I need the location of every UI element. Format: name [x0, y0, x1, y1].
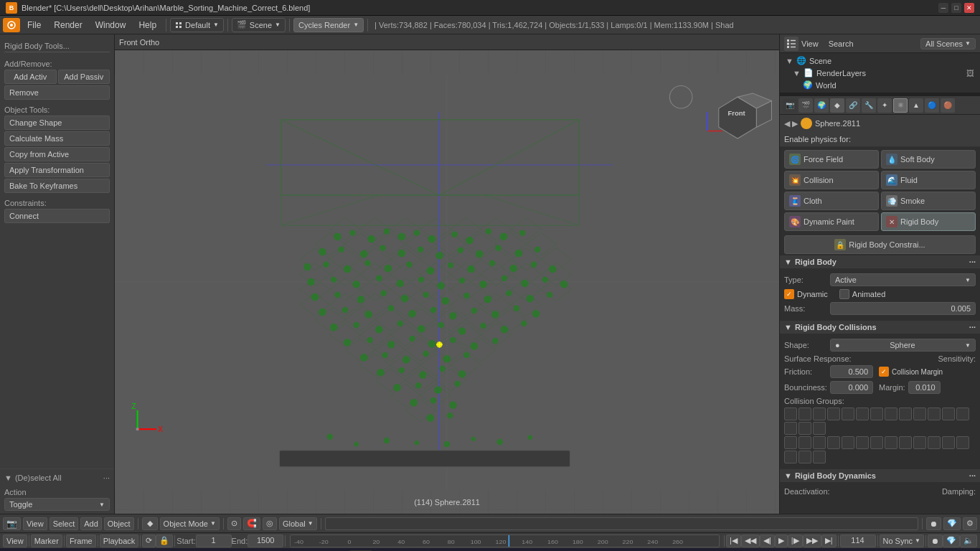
cg-btn-7[interactable] [870, 408, 883, 420]
close-button[interactable]: ✕ [964, 3, 974, 13]
cg-btn-22[interactable] [856, 436, 869, 449]
soft-body-btn[interactable]: 💧 Soft Body [881, 150, 976, 169]
cg-btn-28[interactable] [942, 436, 955, 449]
viewport-3d[interactable]: X Z Front [115, 50, 779, 514]
collision-margin-checkbox[interactable]: ✓ [879, 367, 889, 377]
playback-settings[interactable]: ⚙ [963, 517, 977, 530]
timeline-view-btn[interactable]: View [3, 534, 27, 547]
cg-btn-24[interactable] [885, 436, 897, 449]
mode-icon[interactable]: ◆ [142, 517, 158, 530]
next-arrow[interactable]: ▶ [792, 119, 798, 128]
blender-menu-icon[interactable] [3, 18, 20, 32]
object-mode-dropdown[interactable]: Object Mode ▼ [160, 517, 220, 530]
marker-btn[interactable]: Marker [31, 534, 62, 547]
lock-icon-btn[interactable]: 🔒 [156, 534, 173, 547]
add-passive-button[interactable]: Add Passiv [58, 70, 110, 84]
cg-btn-17[interactable] [784, 436, 797, 449]
cg-btn-31[interactable] [798, 451, 811, 463]
bounciness-value[interactable]: 0.000 [830, 381, 873, 394]
cg-btn-4[interactable] [827, 408, 840, 420]
cg-btn-6[interactable] [856, 408, 869, 420]
scene-item[interactable]: ▼ 🌐 Scene [781, 55, 979, 67]
rigid-body-btn[interactable]: ✕ Rigid Body [881, 212, 976, 231]
animated-checkbox[interactable] [839, 289, 849, 299]
render-layers-item[interactable]: ▼ 📄 RenderLayers 🖼 [781, 67, 979, 79]
margin-value[interactable]: 0.010 [908, 381, 941, 394]
dynamic-paint-btn[interactable]: 🎨 Dynamic Paint [784, 212, 879, 231]
connect-button[interactable]: Connect [4, 209, 110, 223]
next-key-btn[interactable]: |▶ [788, 534, 803, 547]
props-world-icon[interactable]: 🌍 [814, 98, 829, 113]
props-texture-icon[interactable]: 🟤 [941, 98, 955, 113]
sync-icon-btn[interactable]: ⟳ [142, 534, 156, 547]
collision-btn[interactable]: 💥 Collision [784, 171, 879, 189]
playback-btn[interactable]: Playback [100, 534, 139, 547]
mass-value[interactable]: 0.005 [830, 302, 976, 315]
fluid-btn[interactable]: 🌊 Fluid [881, 171, 976, 189]
record-btn[interactable]: ⏺ [928, 534, 943, 547]
apply-transformation-button[interactable]: Apply Transformation [4, 163, 110, 177]
props-scene-icon[interactable]: 🎬 [798, 98, 813, 113]
cg-btn-14[interactable] [784, 422, 797, 435]
help-menu[interactable]: Help [133, 19, 162, 32]
cg-btn-20[interactable] [827, 436, 840, 449]
rbc-section-header[interactable]: ▼ Rigid Body Collisions ··· [780, 321, 980, 334]
cg-btn-13[interactable] [956, 408, 969, 420]
force-field-btn[interactable]: 🌀 Force Field [784, 150, 879, 169]
rigid-body-section-header[interactable]: ▼ Rigid Body ··· [780, 255, 980, 268]
cg-btn-29[interactable] [956, 436, 969, 449]
props-physics-icon[interactable]: ⚛ [893, 98, 908, 113]
props-object-icon[interactable]: ◆ [830, 98, 844, 113]
view-btn[interactable]: View [23, 517, 47, 530]
cg-btn-12[interactable] [942, 408, 955, 420]
props-data-icon[interactable]: ▲ [909, 98, 923, 113]
cg-btn-25[interactable] [899, 436, 912, 449]
file-menu[interactable]: File [22, 19, 47, 32]
rigid-body-constraint-btn[interactable]: 🔒 Rigid Body Constrai... [784, 235, 976, 254]
cg-btn-32[interactable] [813, 451, 826, 463]
jump-start-btn[interactable]: |◀ [726, 534, 741, 547]
next-frame-btn[interactable]: ▶▶ [803, 534, 821, 547]
minimize-button[interactable]: ─ [938, 3, 948, 13]
cg-btn-1[interactable] [784, 408, 797, 420]
play-btn[interactable]: ▶ [775, 534, 788, 547]
cg-btn-11[interactable] [928, 408, 941, 420]
change-shape-button[interactable]: Change Shape [4, 116, 110, 130]
cg-btn-16[interactable] [813, 422, 826, 435]
prev-key-btn[interactable]: ◀| [760, 534, 775, 547]
end-input[interactable]: 1500 [248, 534, 283, 547]
cg-btn-18[interactable] [798, 436, 811, 449]
dynamic-checkbox[interactable]: ✓ [784, 289, 794, 299]
cg-btn-26[interactable] [913, 436, 926, 449]
sound-btn[interactable]: 🔈 [960, 534, 977, 547]
cg-btn-19[interactable] [813, 436, 826, 449]
proportional-icon[interactable]: ◎ [263, 517, 277, 530]
action-dropdown[interactable]: Toggle ▼ [4, 498, 110, 511]
props-modifier-icon[interactable]: 🔧 [862, 98, 876, 113]
remove-button[interactable]: Remove [4, 85, 110, 100]
maximize-button[interactable]: □ [951, 3, 961, 13]
scene-selector[interactable]: 🎬 Scene ▼ [232, 18, 286, 32]
render-menu[interactable]: Render [48, 19, 88, 32]
add-btn[interactable]: Add [80, 517, 102, 530]
render-engine-selector[interactable]: Cycles Render ▼ [293, 18, 364, 32]
cg-btn-3[interactable] [813, 408, 826, 420]
world-item[interactable]: 🌍 World [781, 79, 979, 91]
cg-btn-27[interactable] [928, 436, 941, 449]
keyframe-icons[interactable]: 💎 [943, 517, 961, 530]
cg-btn-5[interactable] [842, 408, 854, 420]
workspace-selector[interactable]: Default ▼ [170, 18, 224, 32]
props-render-icon[interactable]: 📷 [783, 98, 797, 113]
copy-from-active-button[interactable]: Copy from Active [4, 147, 110, 161]
snap-icons[interactable]: 🧲 [243, 517, 260, 530]
frame-btn[interactable]: Frame [66, 534, 96, 547]
prev-frame-btn[interactable]: ◀◀ [741, 534, 760, 547]
smoke-btn[interactable]: 💨 Smoke [881, 192, 976, 210]
cg-btn-9[interactable] [899, 408, 912, 420]
friction-value[interactable]: 0.500 [830, 365, 873, 378]
cloth-btn[interactable]: 🧵 Cloth [784, 192, 879, 210]
cg-btn-2[interactable] [798, 408, 811, 420]
props-material-icon[interactable]: 🔵 [925, 98, 939, 113]
props-constraints-icon[interactable]: 🔗 [846, 98, 860, 113]
rbd-section-header[interactable]: ▼ Rigid Body Dynamics ··· [780, 469, 980, 482]
